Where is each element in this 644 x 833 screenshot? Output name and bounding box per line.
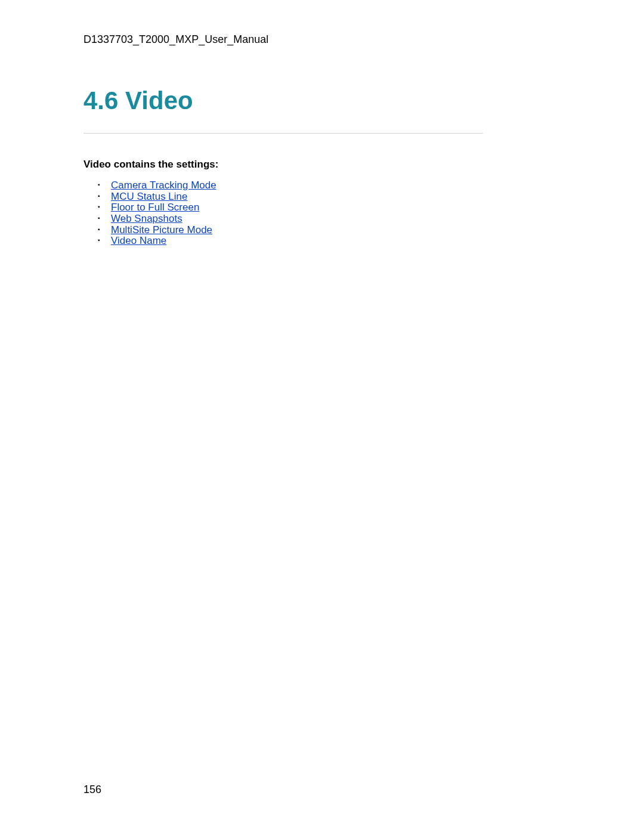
list-item: MCU Status Line [111,191,561,203]
settings-link-list: Camera Tracking Mode MCU Status Line Flo… [83,180,561,247]
list-item: Floor to Full Screen [111,202,561,213]
link-web-snapshots[interactable]: Web Snapshots [111,213,182,224]
subheading: Video contains the settings: [83,159,561,171]
divider [83,133,483,134]
link-floor-to-full-screen[interactable]: Floor to Full Screen [111,202,199,213]
link-multisite-picture-mode[interactable]: MultiSite Picture Mode [111,224,212,236]
list-item: Video Name [111,236,561,247]
link-mcu-status-line[interactable]: MCU Status Line [111,191,188,202]
page-number: 156 [83,784,101,796]
document-header: D1337703_T2000_MXP_User_Manual [83,33,561,46]
link-video-name[interactable]: Video Name [111,235,166,246]
section-heading: 4.6 Video [83,86,561,115]
list-item: Web Snapshots [111,213,561,225]
list-item: MultiSite Picture Mode [111,225,561,236]
link-camera-tracking-mode[interactable]: Camera Tracking Mode [111,179,216,191]
list-item: Camera Tracking Mode [111,180,561,191]
